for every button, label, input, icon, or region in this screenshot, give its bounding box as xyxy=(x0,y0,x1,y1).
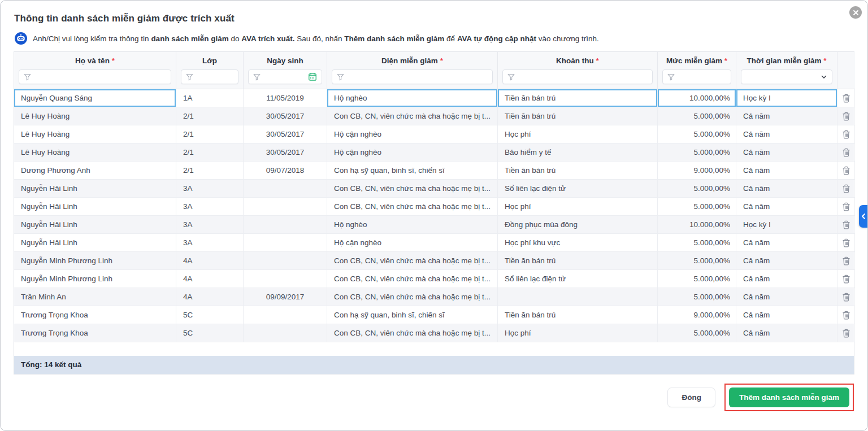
delete-row-button[interactable] xyxy=(837,180,855,198)
cell-class[interactable]: 5C xyxy=(176,324,244,342)
cell-category[interactable]: Con CB, CN, viên chức mà cha hoặc mẹ bị … xyxy=(327,270,498,288)
cell-rate[interactable]: 5.000,00% xyxy=(658,107,736,125)
cell-period[interactable]: Cả năm xyxy=(736,125,837,143)
cell-class[interactable]: 1A xyxy=(176,89,244,107)
cell-class[interactable]: 2/1 xyxy=(176,162,244,180)
delete-row-button[interactable] xyxy=(837,162,855,180)
cell-name[interactable]: Nguyễn Hải Linh xyxy=(14,180,176,198)
cell-fee[interactable]: Học phí xyxy=(498,198,658,216)
cell-fee[interactable]: Tiền ăn bán trú xyxy=(498,89,658,107)
delete-row-button[interactable] xyxy=(837,288,855,306)
filter-input-class[interactable] xyxy=(181,69,238,84)
cell-category[interactable]: Con CB, CN, viên chức mà cha hoặc mẹ bị … xyxy=(327,180,498,198)
cell-rate[interactable]: 9.000,00% xyxy=(658,162,736,180)
cell-fee[interactable]: Tiền ăn bán trú xyxy=(498,252,658,270)
cell-class[interactable]: 3A xyxy=(176,234,244,252)
cell-dob[interactable] xyxy=(244,234,327,252)
cell-dob[interactable]: 09/07/2018 xyxy=(244,162,327,180)
cell-category[interactable]: Hộ cận nghèo xyxy=(327,143,498,162)
delete-row-button[interactable] xyxy=(837,198,855,216)
delete-row-button[interactable] xyxy=(837,89,855,107)
cell-period[interactable]: Học kỳ I xyxy=(736,216,837,234)
cell-fee[interactable]: Sổ liên lạc điện tử xyxy=(498,180,658,198)
cell-dob[interactable]: 30/05/2017 xyxy=(244,143,327,162)
cell-name[interactable]: Nguyễn Hải Linh xyxy=(14,198,176,216)
cell-rate[interactable]: 9.000,00% xyxy=(658,306,736,324)
filter-select-period[interactable] xyxy=(741,69,832,84)
cell-period[interactable]: Cả năm xyxy=(736,107,837,125)
cell-period[interactable]: Cả năm xyxy=(736,198,837,216)
cell-period[interactable]: Cả năm xyxy=(736,252,837,270)
cell-rate[interactable]: 10.000,00% xyxy=(658,216,736,234)
cell-class[interactable]: 4A xyxy=(176,252,244,270)
cell-category[interactable]: Con CB, CN, viên chức mà cha hoặc mẹ bị … xyxy=(327,324,498,342)
cell-class[interactable]: 4A xyxy=(176,270,244,288)
cell-dob[interactable] xyxy=(244,216,327,234)
delete-row-button[interactable] xyxy=(837,125,855,143)
cell-dob[interactable]: 09/09/2017 xyxy=(244,288,327,306)
cell-rate[interactable]: 5.000,00% xyxy=(658,198,736,216)
cell-name[interactable]: Nguyễn Minh Phương Linh xyxy=(14,252,176,270)
filter-input-rate[interactable] xyxy=(662,69,731,84)
filter-input-name[interactable] xyxy=(19,69,171,84)
cell-period[interactable]: Cả năm xyxy=(736,288,837,306)
cell-fee[interactable] xyxy=(498,288,658,306)
cell-period[interactable]: Cả năm xyxy=(736,306,837,324)
cell-category[interactable]: Con hạ sỹ quan, binh sĩ, chiến sĩ xyxy=(327,306,498,324)
filter-input-dob[interactable] xyxy=(248,69,322,84)
cell-period[interactable]: Cả năm xyxy=(736,270,837,288)
cell-name[interactable]: Lê Huy Hoàng xyxy=(14,125,176,143)
cell-rate[interactable]: 5.000,00% xyxy=(658,143,736,162)
cell-name[interactable]: Lê Huy Hoàng xyxy=(14,143,176,162)
cell-class[interactable]: 2/1 xyxy=(176,125,244,143)
cell-fee[interactable]: Tiền ăn bán trú xyxy=(498,306,658,324)
cell-dob[interactable]: 30/05/2017 xyxy=(244,107,327,125)
cell-class[interactable]: 3A xyxy=(176,180,244,198)
cell-fee[interactable]: Học phí xyxy=(498,324,658,342)
cell-category[interactable]: Hộ cận nghèo xyxy=(327,125,498,143)
close-button[interactable]: Đóng xyxy=(667,388,715,407)
delete-row-button[interactable] xyxy=(837,143,855,162)
cell-rate[interactable]: 10.000,00% xyxy=(658,89,736,107)
collapse-panel-tab[interactable] xyxy=(859,205,867,228)
cell-name[interactable]: Nguyễn Minh Phương Linh xyxy=(14,270,176,288)
cell-category[interactable]: Hộ nghèo xyxy=(327,89,498,107)
cell-class[interactable]: 4A xyxy=(176,288,244,306)
cell-fee[interactable]: Sổ liên lạc điện tử xyxy=(498,270,658,288)
cell-category[interactable]: Hộ cận nghèo xyxy=(327,234,498,252)
cell-fee[interactable]: Học phí xyxy=(498,125,658,143)
delete-row-button[interactable] xyxy=(837,270,855,288)
cell-name[interactable]: Lê Huy Hoàng xyxy=(14,107,176,125)
cell-period[interactable]: Cả năm xyxy=(736,180,837,198)
cell-dob[interactable] xyxy=(244,252,327,270)
cell-fee[interactable]: Học phí khu vực xyxy=(498,234,658,252)
cell-rate[interactable]: 5.000,00% xyxy=(658,125,736,143)
cell-class[interactable]: 5C xyxy=(176,306,244,324)
cell-dob[interactable] xyxy=(244,324,327,342)
cell-name[interactable]: Trương Trọng Khoa xyxy=(14,324,176,342)
cell-fee[interactable]: Đồng phục mùa đông xyxy=(498,216,658,234)
cell-rate[interactable]: 5.000,00% xyxy=(658,180,736,198)
delete-row-button[interactable] xyxy=(837,306,855,324)
cell-class[interactable]: 2/1 xyxy=(176,107,244,125)
cell-rate[interactable]: 5.000,00% xyxy=(658,234,736,252)
cell-period[interactable]: Cả năm xyxy=(736,324,837,342)
cell-category[interactable]: Con hạ sỹ quan, binh sĩ, chiến sĩ xyxy=(327,162,498,180)
cell-dob[interactable] xyxy=(244,270,327,288)
cell-rate[interactable]: 5.000,00% xyxy=(658,324,736,342)
cell-category[interactable]: Con CB, CN, viên chức mà cha hoặc mẹ bị … xyxy=(327,198,498,216)
cell-fee[interactable]: Bảo hiểm y tế xyxy=(498,143,658,162)
cell-rate[interactable]: 5.000,00% xyxy=(658,270,736,288)
delete-row-button[interactable] xyxy=(837,234,855,252)
cell-name[interactable]: Nguyễn Hải Linh xyxy=(14,216,176,234)
cell-name[interactable]: Trần Minh An xyxy=(14,288,176,306)
cell-fee[interactable]: Tiền ăn bán trú xyxy=(498,107,658,125)
cell-dob[interactable]: 30/05/2017 xyxy=(244,125,327,143)
cell-name[interactable]: Nguyễn Quang Sáng xyxy=(14,89,176,107)
cell-class[interactable]: 3A xyxy=(176,216,244,234)
cell-rate[interactable]: 5.000,00% xyxy=(658,252,736,270)
delete-row-button[interactable] xyxy=(837,107,855,125)
cell-fee[interactable]: Tiền ăn bán trú xyxy=(498,162,658,180)
cell-rate[interactable]: 5.000,00% xyxy=(658,288,736,306)
cell-category[interactable]: Con CB, CN, viên chức mà cha hoặc mẹ bị … xyxy=(327,107,498,125)
